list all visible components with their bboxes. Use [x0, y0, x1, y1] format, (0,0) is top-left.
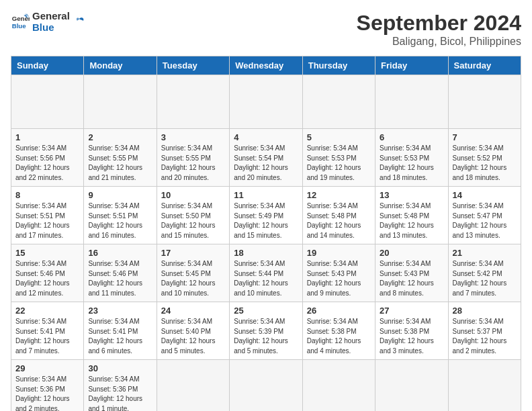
calendar-cell: 5Sunrise: 5:34 AM Sunset: 5:53 PM Daylig… [302, 129, 375, 187]
calendar-cell [157, 360, 229, 412]
day-number: 25 [234, 306, 298, 316]
svg-text:Blue: Blue [12, 21, 26, 29]
logo-general: General [32, 11, 70, 22]
calendar-cell: 16Sunrise: 5:34 AM Sunset: 5:46 PM Dayli… [84, 244, 157, 302]
day-number: 9 [88, 190, 152, 200]
day-info: Sunrise: 5:34 AM Sunset: 5:36 PM Dayligh… [15, 375, 79, 411]
calendar-cell: 28Sunrise: 5:34 AM Sunset: 5:37 PM Dayli… [448, 302, 521, 360]
weekday-header-row: SundayMondayTuesdayWednesdayThursdayFrid… [11, 56, 521, 75]
calendar-table: SundayMondayTuesdayWednesdayThursdayFrid… [11, 56, 521, 411]
calendar-cell: 14Sunrise: 5:34 AM Sunset: 5:47 PM Dayli… [448, 187, 521, 244]
calendar-cell: 29Sunrise: 5:34 AM Sunset: 5:36 PM Dayli… [11, 360, 84, 412]
day-number: 26 [307, 306, 371, 316]
calendar-cell [302, 360, 375, 412]
calendar-cell: 12Sunrise: 5:34 AM Sunset: 5:48 PM Dayli… [302, 187, 375, 244]
calendar-cell: 21Sunrise: 5:34 AM Sunset: 5:42 PM Dayli… [448, 244, 521, 302]
calendar-cell: 1Sunrise: 5:34 AM Sunset: 5:56 PM Daylig… [11, 129, 84, 187]
day-info: Sunrise: 5:34 AM Sunset: 5:38 PM Dayligh… [380, 317, 443, 356]
weekday-header-tuesday: Tuesday [157, 56, 229, 75]
day-number: 19 [307, 248, 371, 258]
calendar-cell [230, 360, 302, 412]
calendar-cell: 23Sunrise: 5:34 AM Sunset: 5:41 PM Dayli… [84, 302, 157, 360]
calendar-cell: 15Sunrise: 5:34 AM Sunset: 5:46 PM Dayli… [11, 244, 84, 302]
svg-text:General: General [12, 15, 30, 22]
calendar-cell [157, 75, 229, 129]
day-info: Sunrise: 5:34 AM Sunset: 5:42 PM Dayligh… [453, 259, 517, 298]
day-info: Sunrise: 5:34 AM Sunset: 5:36 PM Dayligh… [88, 375, 152, 411]
day-number: 16 [88, 248, 152, 258]
calendar-cell: 24Sunrise: 5:34 AM Sunset: 5:40 PM Dayli… [157, 302, 229, 360]
day-number: 14 [453, 190, 517, 200]
calendar-cell: 7Sunrise: 5:34 AM Sunset: 5:52 PM Daylig… [448, 129, 521, 187]
day-number: 21 [453, 248, 517, 258]
weekday-header-friday: Friday [375, 56, 448, 75]
day-info: Sunrise: 5:34 AM Sunset: 5:50 PM Dayligh… [161, 201, 225, 240]
day-number: 2 [88, 132, 152, 142]
day-number: 13 [380, 190, 443, 200]
calendar-cell [11, 75, 84, 129]
calendar-week-row: 15Sunrise: 5:34 AM Sunset: 5:46 PM Dayli… [11, 244, 521, 302]
calendar-cell: 17Sunrise: 5:34 AM Sunset: 5:45 PM Dayli… [157, 244, 229, 302]
logo-bird-icon [73, 15, 86, 29]
calendar-week-row: 8Sunrise: 5:34 AM Sunset: 5:51 PM Daylig… [11, 187, 521, 244]
logo-icon: General Blue [11, 13, 30, 32]
calendar-cell: 13Sunrise: 5:34 AM Sunset: 5:48 PM Dayli… [375, 187, 448, 244]
day-number: 6 [380, 132, 443, 142]
day-info: Sunrise: 5:34 AM Sunset: 5:55 PM Dayligh… [161, 144, 225, 183]
logo: General Blue General Blue [11, 11, 86, 33]
day-info: Sunrise: 5:34 AM Sunset: 5:48 PM Dayligh… [307, 201, 371, 240]
calendar-cell: 20Sunrise: 5:34 AM Sunset: 5:43 PM Dayli… [375, 244, 448, 302]
day-number: 7 [453, 132, 517, 142]
day-info: Sunrise: 5:34 AM Sunset: 5:53 PM Dayligh… [307, 144, 371, 183]
calendar-cell: 30Sunrise: 5:34 AM Sunset: 5:36 PM Dayli… [84, 360, 157, 412]
calendar-week-row [11, 75, 521, 129]
calendar-cell [230, 75, 302, 129]
calendar-cell: 27Sunrise: 5:34 AM Sunset: 5:38 PM Dayli… [375, 302, 448, 360]
day-number: 30 [88, 363, 152, 373]
day-info: Sunrise: 5:34 AM Sunset: 5:51 PM Dayligh… [88, 201, 152, 240]
day-number: 17 [161, 248, 225, 258]
weekday-header-sunday: Sunday [11, 56, 84, 75]
day-number: 15 [15, 248, 79, 258]
calendar-cell: 8Sunrise: 5:34 AM Sunset: 5:51 PM Daylig… [11, 187, 84, 244]
day-number: 18 [234, 248, 298, 258]
weekday-header-saturday: Saturday [448, 56, 521, 75]
day-number: 4 [234, 132, 298, 142]
day-info: Sunrise: 5:34 AM Sunset: 5:38 PM Dayligh… [307, 317, 371, 356]
day-info: Sunrise: 5:34 AM Sunset: 5:46 PM Dayligh… [88, 259, 152, 298]
day-info: Sunrise: 5:34 AM Sunset: 5:53 PM Dayligh… [380, 144, 443, 183]
calendar-week-row: 1Sunrise: 5:34 AM Sunset: 5:56 PM Daylig… [11, 129, 521, 187]
calendar-cell: 9Sunrise: 5:34 AM Sunset: 5:51 PM Daylig… [84, 187, 157, 244]
day-info: Sunrise: 5:34 AM Sunset: 5:40 PM Dayligh… [161, 317, 225, 356]
calendar-cell [375, 360, 448, 412]
day-number: 20 [380, 248, 443, 258]
calendar-cell: 4Sunrise: 5:34 AM Sunset: 5:54 PM Daylig… [230, 129, 302, 187]
calendar-cell: 19Sunrise: 5:34 AM Sunset: 5:43 PM Dayli… [302, 244, 375, 302]
day-info: Sunrise: 5:34 AM Sunset: 5:41 PM Dayligh… [88, 317, 152, 356]
day-number: 5 [307, 132, 371, 142]
calendar-cell [448, 75, 521, 129]
logo-blue: Blue [32, 22, 70, 34]
calendar-cell: 2Sunrise: 5:34 AM Sunset: 5:55 PM Daylig… [84, 129, 157, 187]
day-number: 10 [161, 190, 225, 200]
day-info: Sunrise: 5:34 AM Sunset: 5:43 PM Dayligh… [380, 259, 443, 298]
weekday-header-monday: Monday [84, 56, 157, 75]
day-info: Sunrise: 5:34 AM Sunset: 5:56 PM Dayligh… [15, 144, 79, 183]
day-info: Sunrise: 5:34 AM Sunset: 5:54 PM Dayligh… [234, 144, 298, 183]
day-number: 28 [453, 306, 517, 316]
day-info: Sunrise: 5:34 AM Sunset: 5:55 PM Dayligh… [88, 144, 152, 183]
weekday-header-wednesday: Wednesday [230, 56, 302, 75]
day-info: Sunrise: 5:34 AM Sunset: 5:51 PM Dayligh… [15, 201, 79, 240]
day-number: 24 [161, 306, 225, 316]
day-info: Sunrise: 5:34 AM Sunset: 5:43 PM Dayligh… [307, 259, 371, 298]
day-number: 8 [15, 190, 79, 200]
calendar-week-row: 22Sunrise: 5:34 AM Sunset: 5:41 PM Dayli… [11, 302, 521, 360]
day-number: 23 [88, 306, 152, 316]
day-number: 29 [15, 363, 79, 373]
calendar-week-row: 29Sunrise: 5:34 AM Sunset: 5:36 PM Dayli… [11, 360, 521, 412]
calendar-cell: 3Sunrise: 5:34 AM Sunset: 5:55 PM Daylig… [157, 129, 229, 187]
day-info: Sunrise: 5:34 AM Sunset: 5:49 PM Dayligh… [234, 201, 298, 240]
day-info: Sunrise: 5:34 AM Sunset: 5:41 PM Dayligh… [15, 317, 79, 356]
calendar-cell: 10Sunrise: 5:34 AM Sunset: 5:50 PM Dayli… [157, 187, 229, 244]
calendar-cell [84, 75, 157, 129]
